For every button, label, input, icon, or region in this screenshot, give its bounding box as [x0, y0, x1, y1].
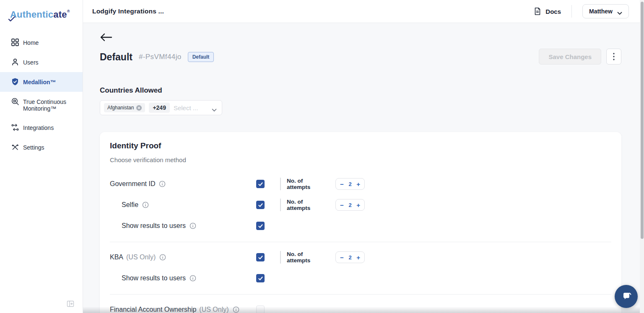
- decrement-button[interactable]: −: [340, 202, 344, 208]
- row-divider: [280, 199, 281, 211]
- verification-row-financial-account-ownership: Financial Account Ownership (US Only): [110, 304, 611, 313]
- section-divider: [110, 242, 611, 242]
- row-label: Government ID: [110, 180, 155, 188]
- more-options-button[interactable]: [606, 49, 621, 65]
- docs-link[interactable]: Docs: [533, 7, 561, 16]
- info-icon[interactable]: [142, 202, 149, 208]
- attempts-value: 2: [348, 202, 351, 208]
- topbar-divider: [571, 5, 572, 18]
- verification-row-show-results: Show results to users: [110, 220, 611, 232]
- brand-logo[interactable]: Authenticate®: [10, 9, 83, 20]
- decrement-button[interactable]: −: [340, 181, 344, 187]
- row-label: Selfie: [122, 201, 138, 209]
- info-icon[interactable]: [190, 222, 196, 229]
- tools-icon: [11, 143, 19, 151]
- kebab-menu-icon: [613, 53, 615, 60]
- row-label-suffix: (US Only): [126, 254, 156, 261]
- sidebar-item-label: Users: [23, 58, 39, 66]
- attempts-stepper: − 2 +: [335, 178, 365, 190]
- sidebar-item-label: True Continuous Monitoring™: [23, 98, 78, 112]
- increment-button[interactable]: +: [356, 181, 360, 187]
- sidebar-nav: Home Users Medallion™ True Continuous Mo…: [0, 33, 83, 157]
- chevron-down-icon: [617, 10, 622, 13]
- sidebar-item-label: Integrations: [23, 124, 54, 131]
- sidebar-item-integrations[interactable]: Integrations: [0, 118, 83, 137]
- app-window: Authenticate® Home Users Medallion™: [0, 0, 644, 313]
- decrement-button[interactable]: −: [340, 254, 344, 261]
- selfie-checkbox[interactable]: [256, 201, 265, 209]
- select-placeholder: Select ...: [174, 104, 198, 111]
- page-title: Default: [100, 52, 132, 63]
- attempts-stepper: − 2 +: [335, 199, 365, 211]
- remove-tag-icon[interactable]: [136, 105, 142, 111]
- info-icon[interactable]: [159, 181, 166, 187]
- show-results-checkbox[interactable]: [256, 222, 265, 230]
- user-menu-button[interactable]: Matthew: [582, 4, 629, 18]
- sidebar: Authenticate® Home Users Medallion™: [0, 0, 83, 313]
- sidebar-item-label: Settings: [23, 143, 44, 151]
- sidebar-item-label: Medallion™: [23, 78, 56, 85]
- verification-row-kba: KBA (US Only) No. of attempts −: [110, 251, 611, 263]
- logo-text-light: Authentic: [10, 9, 53, 20]
- verification-row-show-results: Show results to users: [110, 272, 611, 284]
- back-button[interactable]: [100, 33, 112, 42]
- kba-checkbox[interactable]: [256, 253, 265, 261]
- row-label: Show results to users: [122, 274, 186, 282]
- attempts-label: No. of attempts: [287, 199, 327, 211]
- country-tag-label: Afghanistan: [107, 105, 134, 111]
- attempts-value: 2: [348, 181, 351, 187]
- default-badge: Default: [188, 52, 214, 62]
- integrations-arrows-icon: [11, 123, 19, 132]
- identity-proof-subheading: Choose verification method: [110, 156, 611, 163]
- row-label: Financial Account Ownership: [110, 306, 196, 313]
- attempts-label: No. of attempts: [287, 251, 327, 264]
- document-icon: [533, 7, 542, 16]
- sidebar-item-label: Home: [23, 39, 39, 46]
- section-divider: [110, 294, 611, 295]
- government-id-checkbox[interactable]: [256, 180, 265, 188]
- chevron-down-icon: [212, 106, 217, 109]
- info-icon[interactable]: [233, 306, 239, 313]
- increment-button[interactable]: +: [356, 202, 360, 208]
- row-label: Show results to users: [122, 222, 186, 230]
- row-divider: [280, 178, 281, 190]
- monitoring-lens-icon: [11, 97, 19, 106]
- user-name: Matthew: [589, 8, 613, 15]
- page-header: Default #-PsVMf44jo Default Save Changes: [100, 49, 621, 65]
- logo-registered-mark: ®: [67, 9, 70, 13]
- content-area: Default #-PsVMf44jo Default Save Changes…: [83, 23, 644, 313]
- attempts-stepper: − 2 +: [335, 251, 365, 263]
- attempts-label: No. of attempts: [287, 178, 327, 190]
- logo-checkmark-icon: [8, 13, 15, 24]
- sidebar-item-true-continuous-monitoring[interactable]: True Continuous Monitoring™: [0, 92, 83, 118]
- countries-allowed-heading: Countries Allowed: [100, 86, 621, 95]
- sidebar-item-settings[interactable]: Settings: [0, 137, 83, 157]
- workspace-title: Lodgify Integrations ...: [92, 8, 164, 15]
- user-icon: [11, 58, 19, 66]
- show-results-checkbox[interactable]: [256, 274, 265, 282]
- save-changes-button[interactable]: Save Changes: [539, 49, 601, 65]
- verification-row-selfie: Selfie No. of attempts −: [110, 199, 611, 211]
- countries-select[interactable]: Afghanistan +249 Select ...: [100, 100, 222, 115]
- info-icon[interactable]: [159, 254, 166, 261]
- docs-label: Docs: [545, 8, 561, 15]
- identity-proof-card: Identity Proof Choose verification metho…: [100, 132, 621, 313]
- row-label: KBA: [110, 254, 123, 261]
- info-icon[interactable]: [190, 275, 196, 282]
- shield-check-icon: [11, 78, 19, 86]
- scrollbar-thumb[interactable]: [641, 2, 644, 239]
- increment-button[interactable]: +: [356, 254, 360, 261]
- attempts-value: 2: [348, 254, 351, 261]
- sidebar-item-home[interactable]: Home: [0, 33, 83, 52]
- identity-proof-heading: Identity Proof: [110, 141, 611, 150]
- row-label-suffix: (US Only): [199, 306, 229, 313]
- row-divider: [280, 251, 281, 264]
- chat-widget-button[interactable]: [615, 285, 638, 308]
- chat-bubble-icon: [620, 290, 633, 303]
- sidebar-item-medallion[interactable]: Medallion™: [0, 72, 83, 92]
- financial-account-ownership-checkbox[interactable]: [256, 305, 265, 313]
- sidebar-item-users[interactable]: Users: [0, 52, 83, 72]
- page-scrollbar[interactable]: [640, 0, 644, 313]
- sidebar-collapse-icon[interactable]: [66, 300, 75, 308]
- record-id: #-PsVMf44jo: [139, 53, 182, 61]
